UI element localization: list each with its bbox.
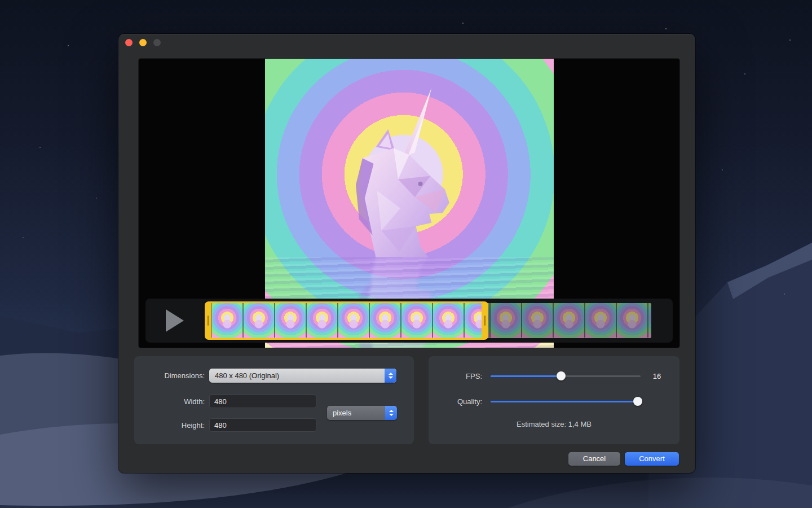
trim-selection[interactable] bbox=[205, 301, 488, 340]
quality-slider-fill bbox=[491, 401, 638, 402]
unit-popup-value: pixels bbox=[333, 409, 351, 417]
video-preview-area bbox=[139, 59, 679, 348]
dimensions-popup[interactable]: 480 x 480 (Original) bbox=[209, 369, 396, 383]
fps-label: FPS: bbox=[440, 369, 482, 383]
trim-handle-right[interactable] bbox=[484, 316, 486, 326]
width-input[interactable] bbox=[209, 395, 316, 408]
trim-selected-frames[interactable] bbox=[211, 303, 482, 338]
fps-value: 16 bbox=[643, 369, 671, 383]
quality-label: Quality: bbox=[440, 395, 482, 409]
unit-popup[interactable]: pixels bbox=[327, 406, 397, 420]
app-window: Dimensions: 480 x 480 (Original) Width: … bbox=[118, 34, 695, 473]
chevron-up-down-icon bbox=[385, 406, 397, 420]
height-input[interactable] bbox=[209, 418, 316, 432]
timeline-trimmer bbox=[145, 299, 673, 343]
quality-slider[interactable] bbox=[491, 397, 641, 406]
dimensions-panel: Dimensions: 480 x 480 (Original) Width: … bbox=[134, 356, 414, 444]
dimensions-label: Dimensions: bbox=[145, 369, 205, 383]
zoom-button[interactable] bbox=[153, 39, 161, 46]
convert-button[interactable]: Convert bbox=[625, 452, 679, 466]
close-button[interactable] bbox=[125, 39, 133, 46]
chevron-up-down-icon bbox=[385, 369, 396, 383]
quality-slider-knob[interactable] bbox=[633, 397, 642, 406]
trim-handle-left[interactable] bbox=[208, 316, 209, 326]
fps-slider-fill bbox=[491, 375, 561, 377]
minimize-button[interactable] bbox=[139, 39, 147, 46]
fps-slider[interactable] bbox=[491, 371, 641, 380]
output-panel: FPS: 16 Quality: Estimated size: 1,4 MB bbox=[429, 356, 679, 444]
height-label: Height: bbox=[145, 418, 205, 432]
play-icon[interactable] bbox=[166, 309, 184, 332]
cancel-button[interactable]: Cancel bbox=[568, 452, 620, 466]
estimated-size-text: Estimated size: 1,4 MB bbox=[429, 420, 679, 428]
desktop-wallpaper: Dimensions: 480 x 480 (Original) Width: … bbox=[0, 0, 812, 508]
unicorn-artwork bbox=[310, 79, 488, 257]
dimensions-popup-value: 480 x 480 (Original) bbox=[215, 371, 279, 380]
stars bbox=[0, 0, 1, 1]
fps-slider-knob[interactable] bbox=[557, 371, 566, 380]
width-label: Width: bbox=[145, 395, 205, 409]
